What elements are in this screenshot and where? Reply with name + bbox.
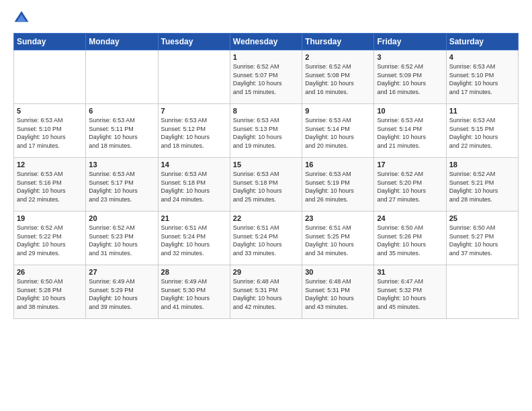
- calendar-week-row: 19Sunrise: 6:52 AM Sunset: 5:22 PM Dayli…: [14, 212, 519, 265]
- calendar-day-cell: 25Sunrise: 6:50 AM Sunset: 5:27 PM Dayli…: [446, 212, 518, 265]
- day-info: Sunrise: 6:48 AM Sunset: 5:31 PM Dayligh…: [233, 277, 299, 311]
- day-number: 28: [161, 268, 227, 276]
- calendar-day-cell: 10Sunrise: 6:53 AM Sunset: 5:14 PM Dayli…: [374, 104, 446, 158]
- day-number: 4: [449, 53, 515, 61]
- day-info: Sunrise: 6:49 AM Sunset: 5:30 PM Dayligh…: [161, 277, 227, 311]
- day-info: Sunrise: 6:53 AM Sunset: 5:10 PM Dayligh…: [17, 116, 83, 150]
- calendar-day-cell: [14, 50, 86, 104]
- day-info: Sunrise: 6:51 AM Sunset: 5:24 PM Dayligh…: [161, 224, 227, 257]
- page: SundayMondayTuesdayWednesdayThursdayFrid…: [0, 0, 532, 411]
- day-info: Sunrise: 6:51 AM Sunset: 5:25 PM Dayligh…: [305, 224, 371, 257]
- calendar-day-cell: [86, 50, 158, 104]
- day-number: 16: [305, 161, 371, 169]
- logo-icon: [13, 10, 30, 26]
- calendar-day-cell: 19Sunrise: 6:52 AM Sunset: 5:22 PM Dayli…: [14, 212, 86, 265]
- day-number: 19: [17, 214, 83, 222]
- day-number: 26: [17, 268, 83, 276]
- calendar-day-cell: 18Sunrise: 6:52 AM Sunset: 5:21 PM Dayli…: [446, 158, 518, 212]
- day-number: 5: [17, 107, 83, 115]
- day-info: Sunrise: 6:53 AM Sunset: 5:12 PM Dayligh…: [161, 116, 227, 150]
- calendar-day-cell: 6Sunrise: 6:53 AM Sunset: 5:11 PM Daylig…: [86, 104, 158, 158]
- day-info: Sunrise: 6:50 AM Sunset: 5:27 PM Dayligh…: [449, 224, 515, 257]
- day-info: Sunrise: 6:53 AM Sunset: 5:14 PM Dayligh…: [305, 116, 371, 150]
- day-number: 13: [89, 161, 154, 169]
- calendar-day-cell: 29Sunrise: 6:48 AM Sunset: 5:31 PM Dayli…: [230, 265, 302, 319]
- day-info: Sunrise: 6:50 AM Sunset: 5:26 PM Dayligh…: [377, 224, 443, 257]
- day-info: Sunrise: 6:52 AM Sunset: 5:21 PM Dayligh…: [449, 170, 515, 203]
- day-number: 6: [89, 107, 154, 115]
- calendar-day-cell: 9Sunrise: 6:53 AM Sunset: 5:14 PM Daylig…: [302, 104, 374, 158]
- day-number: 27: [89, 268, 154, 276]
- calendar-day-cell: 4Sunrise: 6:53 AM Sunset: 5:10 PM Daylig…: [446, 50, 518, 104]
- calendar-week-row: 5Sunrise: 6:53 AM Sunset: 5:10 PM Daylig…: [14, 104, 519, 158]
- day-number: 25: [449, 214, 515, 222]
- calendar-day-cell: 5Sunrise: 6:53 AM Sunset: 5:10 PM Daylig…: [14, 104, 86, 158]
- calendar-week-row: 12Sunrise: 6:53 AM Sunset: 5:16 PM Dayli…: [14, 158, 519, 212]
- calendar-day-cell: [446, 265, 518, 319]
- day-number: 21: [161, 214, 227, 222]
- weekday-header: Sunday: [14, 34, 86, 50]
- day-number: 7: [161, 107, 227, 115]
- day-info: Sunrise: 6:53 AM Sunset: 5:15 PM Dayligh…: [449, 116, 515, 150]
- calendar-day-cell: 16Sunrise: 6:53 AM Sunset: 5:19 PM Dayli…: [302, 158, 374, 212]
- day-number: 30: [305, 268, 371, 276]
- day-info: Sunrise: 6:53 AM Sunset: 5:10 PM Dayligh…: [449, 62, 515, 96]
- header: [13, 10, 519, 26]
- day-number: 22: [233, 214, 299, 222]
- calendar-day-cell: 2Sunrise: 6:52 AM Sunset: 5:08 PM Daylig…: [302, 50, 374, 104]
- calendar-day-cell: 28Sunrise: 6:49 AM Sunset: 5:30 PM Dayli…: [158, 265, 230, 319]
- calendar-day-cell: 8Sunrise: 6:53 AM Sunset: 5:13 PM Daylig…: [230, 104, 302, 158]
- day-number: 1: [233, 53, 299, 61]
- day-info: Sunrise: 6:53 AM Sunset: 5:13 PM Dayligh…: [233, 116, 299, 150]
- day-number: 31: [377, 268, 443, 276]
- calendar-day-cell: 24Sunrise: 6:50 AM Sunset: 5:26 PM Dayli…: [374, 212, 446, 265]
- day-info: Sunrise: 6:50 AM Sunset: 5:28 PM Dayligh…: [17, 277, 83, 311]
- calendar-day-cell: 27Sunrise: 6:49 AM Sunset: 5:29 PM Dayli…: [86, 265, 158, 319]
- day-info: Sunrise: 6:52 AM Sunset: 5:09 PM Dayligh…: [377, 62, 443, 96]
- calendar-day-cell: 7Sunrise: 6:53 AM Sunset: 5:12 PM Daylig…: [158, 104, 230, 158]
- day-info: Sunrise: 6:53 AM Sunset: 5:19 PM Dayligh…: [305, 170, 371, 203]
- calendar-day-cell: [158, 50, 230, 104]
- logo: [13, 10, 32, 26]
- day-info: Sunrise: 6:53 AM Sunset: 5:11 PM Dayligh…: [89, 116, 154, 150]
- calendar-day-cell: 31Sunrise: 6:47 AM Sunset: 5:32 PM Dayli…: [374, 265, 446, 319]
- calendar-day-cell: 23Sunrise: 6:51 AM Sunset: 5:25 PM Dayli…: [302, 212, 374, 265]
- day-number: 20: [89, 214, 154, 222]
- day-info: Sunrise: 6:53 AM Sunset: 5:17 PM Dayligh…: [89, 170, 154, 203]
- calendar-day-cell: 15Sunrise: 6:53 AM Sunset: 5:18 PM Dayli…: [230, 158, 302, 212]
- calendar-day-cell: 26Sunrise: 6:50 AM Sunset: 5:28 PM Dayli…: [14, 265, 86, 319]
- day-number: 9: [305, 107, 371, 115]
- day-number: 29: [233, 268, 299, 276]
- calendar-header-row: SundayMondayTuesdayWednesdayThursdayFrid…: [14, 34, 519, 50]
- weekday-header: Monday: [86, 34, 158, 50]
- day-number: 11: [449, 107, 515, 115]
- calendar-day-cell: 20Sunrise: 6:52 AM Sunset: 5:23 PM Dayli…: [86, 212, 158, 265]
- day-info: Sunrise: 6:52 AM Sunset: 5:08 PM Dayligh…: [305, 62, 371, 96]
- day-info: Sunrise: 6:47 AM Sunset: 5:32 PM Dayligh…: [377, 277, 443, 311]
- weekday-header: Saturday: [446, 34, 518, 50]
- day-number: 18: [449, 161, 515, 169]
- calendar-table: SundayMondayTuesdayWednesdayThursdayFrid…: [13, 33, 519, 319]
- day-info: Sunrise: 6:52 AM Sunset: 5:23 PM Dayligh…: [89, 224, 154, 257]
- calendar-day-cell: 30Sunrise: 6:48 AM Sunset: 5:31 PM Dayli…: [302, 265, 374, 319]
- day-info: Sunrise: 6:52 AM Sunset: 5:20 PM Dayligh…: [377, 170, 443, 203]
- calendar-day-cell: 12Sunrise: 6:53 AM Sunset: 5:16 PM Dayli…: [14, 158, 86, 212]
- calendar-week-row: 1Sunrise: 6:52 AM Sunset: 5:07 PM Daylig…: [14, 50, 519, 104]
- day-number: 2: [305, 53, 371, 61]
- day-info: Sunrise: 6:53 AM Sunset: 5:14 PM Dayligh…: [377, 116, 443, 150]
- day-info: Sunrise: 6:52 AM Sunset: 5:07 PM Dayligh…: [233, 62, 299, 96]
- day-info: Sunrise: 6:53 AM Sunset: 5:18 PM Dayligh…: [233, 170, 299, 203]
- calendar-week-row: 26Sunrise: 6:50 AM Sunset: 5:28 PM Dayli…: [14, 265, 519, 319]
- day-number: 14: [161, 161, 227, 169]
- calendar-day-cell: 11Sunrise: 6:53 AM Sunset: 5:15 PM Dayli…: [446, 104, 518, 158]
- calendar-day-cell: 13Sunrise: 6:53 AM Sunset: 5:17 PM Dayli…: [86, 158, 158, 212]
- day-number: 10: [377, 107, 443, 115]
- day-info: Sunrise: 6:51 AM Sunset: 5:24 PM Dayligh…: [233, 224, 299, 257]
- weekday-header: Wednesday: [230, 34, 302, 50]
- day-number: 15: [233, 161, 299, 169]
- weekday-header: Friday: [374, 34, 446, 50]
- day-number: 3: [377, 53, 443, 61]
- day-info: Sunrise: 6:52 AM Sunset: 5:22 PM Dayligh…: [17, 224, 83, 257]
- calendar-day-cell: 14Sunrise: 6:53 AM Sunset: 5:18 PM Dayli…: [158, 158, 230, 212]
- day-number: 24: [377, 214, 443, 222]
